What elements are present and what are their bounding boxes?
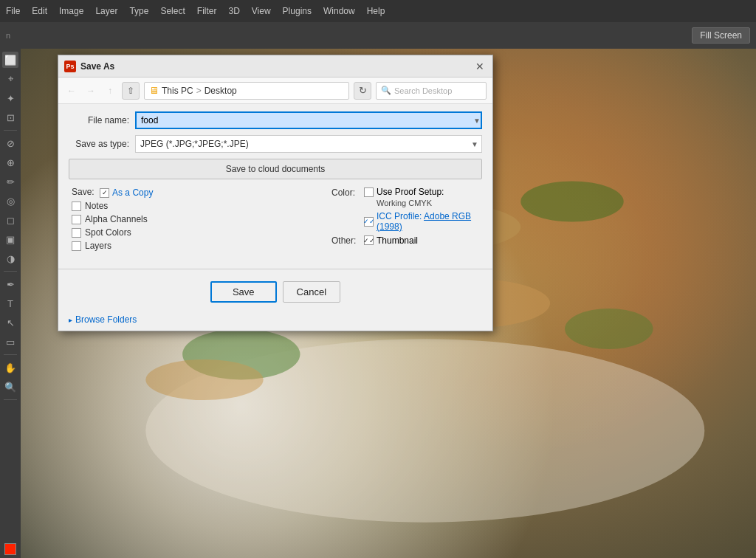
dialog-divider: [58, 269, 492, 269]
nav-forward-button[interactable]: →: [83, 83, 98, 98]
menu-image[interactable]: Image: [59, 6, 83, 16]
savetype-select[interactable]: JPEG (*.JPG;*JPEG;*.JPE) ▼: [135, 135, 482, 153]
refresh-button[interactable]: ↻: [354, 82, 371, 100]
notes-checkbox[interactable]: [72, 202, 81, 211]
nav-up-button[interactable]: ⇧: [122, 82, 140, 100]
breadcrumb-desktop: Desktop: [205, 86, 237, 96]
menubar: File Edit Image Layer Type Select Filter…: [0, 0, 756, 22]
tool-heal[interactable]: ⊕: [2, 154, 18, 170]
savetype-row: Save as type: JPEG (*.JPG;*JPEG;*.JPE) ▼: [69, 135, 482, 153]
layers-checkbox[interactable]: [72, 241, 81, 251]
tool-type[interactable]: T: [2, 295, 18, 311]
tool-dodge[interactable]: ◑: [2, 250, 18, 266]
alpha-checkbox[interactable]: [72, 215, 81, 224]
tool-marquee[interactable]: ⬜: [2, 52, 18, 68]
photoshop-app: File Edit Image Layer Type Select Filter…: [0, 0, 756, 558]
tool-pen[interactable]: ✒: [2, 276, 18, 292]
save-cloud-button[interactable]: Save to cloud documents: [69, 159, 482, 179]
svg-point-8: [565, 309, 653, 349]
menu-file[interactable]: File: [6, 6, 20, 16]
filename-input[interactable]: food: [135, 111, 482, 129]
save-label: Save:: [72, 187, 94, 197]
tool-clone[interactable]: ◎: [2, 193, 18, 209]
browse-arrow-icon: ▸: [69, 316, 72, 324]
working-cmyk: Working CMYK: [364, 199, 479, 207]
dialog-close-button[interactable]: ✕: [473, 60, 487, 73]
notes-item: Notes: [72, 201, 324, 211]
menu-plugins[interactable]: Plugins: [283, 6, 312, 16]
icc-checkbox[interactable]: ✓: [364, 217, 374, 227]
menu-help[interactable]: Help: [367, 6, 385, 16]
menu-type[interactable]: Type: [129, 6, 148, 16]
filename-row: File name: food ▼: [69, 111, 482, 129]
menu-select[interactable]: Select: [160, 6, 185, 16]
tool-zoom[interactable]: 🔍: [2, 379, 18, 395]
svg-point-9: [145, 359, 263, 400]
filename-wrapper: food ▼: [135, 111, 482, 129]
dialog-title: Save As: [80, 61, 473, 72]
save-button[interactable]: Save: [210, 281, 277, 303]
proof-label: Use Proof Setup:: [377, 187, 444, 197]
dialog-buttons: Save Cancel: [58, 277, 492, 310]
menu-edit[interactable]: Edit: [32, 6, 47, 16]
left-toolbar: ⬜ ⌖ ✦ ⊡ ⊘ ⊕ ✏ ◎ ◻ ▣ ◑ ✒ T ↖ ▭ ✋ 🔍: [0, 49, 21, 558]
tool-path-select[interactable]: ↖: [2, 314, 18, 331]
nav-back-button[interactable]: ←: [64, 83, 79, 98]
savetype-label: Save as type:: [69, 139, 135, 149]
tool-eraser[interactable]: ◻: [2, 212, 18, 228]
browse-folders[interactable]: ▸ Browse Folders: [58, 310, 492, 331]
other-row: Other: ✓ Thumbnail: [331, 235, 479, 246]
main-area: ⬜ ⌖ ✦ ⊡ ⊘ ⊕ ✏ ◎ ◻ ▣ ◑ ✒ T ↖ ▭ ✋ 🔍: [0, 49, 756, 558]
color-row: Color: Use Proof Setup: Working CMYK ✓: [331, 187, 479, 232]
save-options-left: Save: As a Copy Notes: [72, 187, 324, 254]
tool-hand[interactable]: ✋: [2, 359, 18, 376]
browse-folders-label: Browse Folders: [75, 314, 137, 325]
tool-crop[interactable]: ⊡: [2, 109, 18, 125]
tool-magic-wand[interactable]: ✦: [2, 90, 18, 106]
menu-layer[interactable]: Layer: [95, 6, 117, 16]
icc-row: ✓ ICC Profile: Adobe RGB (1998): [364, 211, 479, 232]
tool-gradient[interactable]: ▣: [2, 231, 18, 247]
as-copy-label: As a Copy: [112, 187, 153, 198]
toolbar-options: n: [6, 31, 10, 40]
thumbnail-checkbox[interactable]: ✓: [364, 235, 374, 245]
tool-lasso[interactable]: ⌖: [2, 71, 18, 87]
search-placeholder: Search Desktop: [394, 86, 452, 95]
notes-label: Notes: [85, 201, 108, 211]
foreground-color[interactable]: [4, 543, 16, 555]
tool-eyedropper[interactable]: ⊘: [2, 135, 18, 151]
svg-point-7: [520, 181, 623, 221]
menu-view[interactable]: View: [252, 6, 271, 16]
tool-brush[interactable]: ✏: [2, 173, 18, 190]
thumbnail-label: Thumbnail: [377, 235, 418, 246]
as-copy-row: As a Copy: [100, 187, 153, 198]
as-copy-checkbox[interactable]: [100, 188, 109, 198]
icc-prefix: ICC Profile:: [377, 211, 422, 221]
proof-checkbox[interactable]: [364, 187, 374, 197]
cancel-button[interactable]: Cancel: [283, 281, 340, 303]
spot-checkbox[interactable]: [72, 228, 81, 238]
breadcrumb-bar[interactable]: 🖥 This PC > Desktop: [144, 82, 349, 100]
dialog-titlebar: Ps Save As ✕: [58, 55, 492, 78]
layers-item: Layers: [72, 241, 324, 251]
fill-screen-button[interactable]: Fill Screen: [692, 27, 750, 44]
alpha-item: Alpha Channels: [72, 214, 324, 224]
ps-icon: Ps: [64, 61, 76, 72]
proof-row: Use Proof Setup:: [364, 187, 479, 197]
menu-filter[interactable]: Filter: [197, 6, 217, 16]
breadcrumb-thispc: This PC: [162, 86, 193, 96]
search-bar[interactable]: 🔍 Search Desktop: [376, 82, 487, 100]
menu-3d[interactable]: 3D: [228, 6, 239, 16]
menu-window[interactable]: Window: [323, 6, 355, 16]
nav-up-button-arrow: ↑: [103, 83, 117, 98]
top-toolbar: n Fill Screen: [0, 22, 756, 49]
savetype-value: JPEG (*.JPG;*JPEG;*.JPE): [140, 139, 249, 149]
savetype-arrow: ▼: [471, 140, 478, 148]
tool-rectangle[interactable]: ▭: [2, 334, 18, 350]
filename-dropdown-arrow: ▼: [473, 117, 481, 125]
dialog-addressbar: ← → ↑ ⇧ 🖥 This PC > Desktop ↻ 🔍 Search D…: [58, 78, 492, 104]
other-label: Other:: [331, 235, 361, 246]
spot-label: Spot Colors: [85, 227, 131, 238]
options-area: Save: As a Copy Notes: [69, 187, 482, 254]
tool-separator-3: [4, 354, 17, 355]
